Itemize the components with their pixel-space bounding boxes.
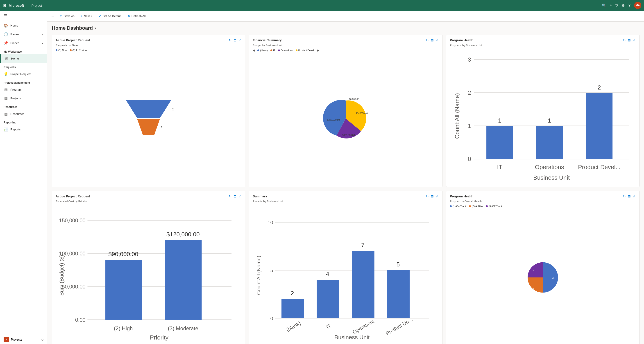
card4-expand-icon[interactable]: ⤢ [239,194,242,198]
card1-expand-icon[interactable]: ⤢ [239,38,242,42]
card2-legend-prev-icon[interactable]: ◀ [253,49,255,52]
card5-copy-icon[interactable]: ⊡ [431,194,434,198]
topbar-icons: 🔍 + ▽ ⚙ ? MA [602,2,641,9]
avatar[interactable]: MA [634,2,641,9]
card-active-project-request-cost: Active Project Request ↻ ⊡ ⤢ Estimated C… [52,191,245,344]
bar-s-blank [282,299,304,318]
card2-copy-icon[interactable]: ⊡ [431,38,434,42]
card6-expand-icon[interactable]: ⤢ [633,194,636,198]
y-tick-s-5: 5 [270,267,273,273]
section-requests: Requests [0,63,47,70]
search-icon[interactable]: 🔍 [602,3,606,8]
card6-legend-atrisk: (2) At Risk [469,205,483,207]
sidebar-item-projects[interactable]: ▦ Projects [0,94,47,103]
program-icon: ▦ [4,87,8,92]
pie-offtrack-value: 1 [533,268,534,271]
bar-ops-label: Operations [535,164,564,171]
sidebar-item-program[interactable]: ▦ Program [0,85,47,94]
card5-expand-icon[interactable]: ⤢ [436,194,439,198]
card3-expand-icon[interactable]: ⤢ [633,38,636,42]
x-axis-label: Business Unit [533,174,570,181]
project-request-icon: 💡 [4,72,8,76]
sidebar-item-reports[interactable]: 📊 Reports [0,125,47,134]
sidebar-item-project-request[interactable]: 💡 Project Request [0,70,47,78]
card2-expand-icon[interactable]: ⤢ [436,38,439,42]
pie-atrisk [528,277,543,293]
page-title-chevron-icon[interactable]: ▾ [94,26,96,30]
card1-legend-new: (1) New [56,49,67,51]
pie-ontrack-right [543,262,558,278]
card1-copy-icon[interactable]: ⊡ [234,38,236,42]
section-resources: Resources [0,103,47,110]
card-active-project-request-funnel: Active Project Request ↻ ⊡ ⤢ Requests by… [52,35,245,187]
card6-legend-offtrack-label: (3) Off Track [489,205,502,207]
bar-s-blank-label: (blank) [285,320,302,333]
card1-header: Active Project Request ↻ ⊡ ⤢ [56,38,242,42]
x-axis-cost-label: Priority [150,334,169,341]
funnel-top-label: 2 [172,108,174,111]
set-default-button[interactable]: ✓ Set As Default [96,13,124,19]
bar-s-prod-label: Product De... [385,316,414,336]
refresh-all-label: Refresh All [132,14,146,18]
refresh-all-button[interactable]: ↻ Refresh All [125,13,148,19]
bar-prod [586,93,612,159]
card2-legend-blank-dot [257,49,259,51]
bar-s-it-label: IT [326,323,332,330]
card3-refresh-icon[interactable]: ↻ [623,38,626,42]
sidebar-item-recent[interactable]: 🕐 Recent ∨ [0,30,47,39]
card4-copy-icon[interactable]: ⊡ [234,194,236,198]
new-button[interactable]: + New ∨ [78,13,96,19]
sidebar-item-resources[interactable]: ▤ Resources [0,110,47,118]
set-default-label: Set As Default [103,14,121,18]
card1-subtitle: Requests by State [56,44,242,47]
card4-refresh-icon[interactable]: ↻ [229,194,232,198]
pie-proddev-label: $410,000.00 [356,112,368,114]
topbar-divider [28,3,28,8]
funnel-top [126,100,171,118]
card6-copy-icon[interactable]: ⊡ [628,194,631,198]
pinned-chevron-icon: ∨ [42,42,44,44]
card3-copy-icon[interactable]: ⊡ [628,38,631,42]
bar-s-blank-value: 2 [291,290,294,296]
sidebar-item-workplace-home[interactable]: ⊞ Home [0,54,47,63]
sidebar-recent-label: Recent [10,33,20,36]
card2-legend-next-icon[interactable]: ▶ [317,49,319,52]
card-summary: Summary ↻ ⊡ ⤢ Projects by Business Unit … [249,191,442,344]
card5-title: Summary [253,194,426,198]
card1-refresh-icon[interactable]: ↻ [229,38,232,42]
waffle-icon[interactable]: ⊞ [3,3,6,8]
bar-svg-cost: Sum (Budget) ($) 0.00 50,000.00 100,000.… [56,206,242,344]
add-icon[interactable]: + [610,3,612,7]
y-tick-2: 2 [468,89,471,96]
bar-high-value: $90,000.00 [108,251,138,257]
back-button[interactable]: ← [51,14,54,18]
card6-legend-atrisk-dot [469,205,471,207]
y-tick-1: 1 [468,123,471,129]
sidebar-item-pinned[interactable]: 📌 Pinned ∨ [0,39,47,47]
card3-subtitle: Programs by Business Unit [450,44,636,47]
pie-atrisk-value: 1 [533,286,534,289]
y-tick-cost-50k: 50,000.00 [62,284,86,290]
settings-icon[interactable]: ⚙ [622,3,625,8]
sidebar-item-home[interactable]: 🏠 Home [0,21,47,30]
sidebar-toggle[interactable]: ☰ [0,11,47,21]
bar-ops [536,126,563,159]
new-label: New [84,14,90,18]
bar-prod-value: 2 [598,84,601,91]
card5-refresh-icon[interactable]: ↻ [426,194,429,198]
card5-subtitle: Projects by Business Unit [253,200,438,203]
bar-high-label: (2) High [114,326,133,332]
card3-chart: Count:All (Name) 0 1 2 3 [450,49,636,183]
card6-legend-ontrack: (1) On Track [450,205,466,207]
topbar: ⊞ Microsoft Project 🔍 + ▽ ⚙ ? MA [0,0,644,11]
save-as-button[interactable]: ⊡ Save As [57,13,77,19]
y-tick-0: 0 [468,156,471,162]
filter-icon[interactable]: ▽ [616,3,618,8]
help-icon[interactable]: ? [628,3,630,7]
card5-icons: ↻ ⊡ ⤢ [426,194,439,198]
sidebar-footer[interactable]: P Projects ◇ [0,335,47,344]
card6-refresh-icon[interactable]: ↻ [623,194,626,198]
resources-icon: ▤ [4,112,8,116]
card2-refresh-icon[interactable]: ↻ [426,38,429,42]
card1-legend-review-dot [70,49,72,51]
